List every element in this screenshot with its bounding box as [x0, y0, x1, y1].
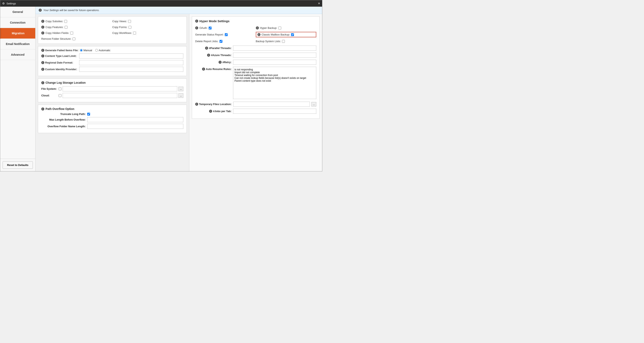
generate-status-report-row: Generate Status Report: [195, 32, 256, 37]
backup-system-lists-label: Backup System Lists: [256, 40, 281, 43]
generate-status-report-label: Generate Status Report: [195, 33, 224, 36]
classic-mailbox-backup-checkbox[interactable] [291, 33, 294, 36]
delete-report-jobs-checkbox[interactable] [220, 40, 222, 43]
azure-threads-input[interactable]: 15 [233, 53, 316, 58]
parallel-threads-info-icon[interactable]: i [205, 47, 208, 50]
copy-features-info-icon[interactable]: i [41, 26, 44, 29]
hyper-backup-info-icon[interactable]: i [256, 27, 259, 30]
copy-workflows-label: Copy Workflows: [112, 32, 132, 35]
auto-resume-rules-textarea[interactable]: is not responding Import did not complet… [233, 67, 316, 99]
radio-automatic[interactable]: Automatic [95, 49, 110, 52]
generate-status-report-checkbox[interactable] [225, 33, 228, 36]
classic-mailbox-backup-row: i Classic Mailbox Backup: [256, 32, 316, 37]
settings-window: ⚙ Settings × General Connection Migratio… [0, 0, 322, 171]
radio-manual-input[interactable] [80, 49, 82, 52]
content-area: General Connection Migration Email Notif… [0, 7, 322, 171]
cloud-checkbox[interactable] [58, 94, 62, 97]
temp-files-input[interactable] [233, 102, 310, 107]
sidebar-item-general[interactable]: General [0, 7, 35, 17]
cloud-input[interactable] [63, 93, 177, 98]
auto-resume-info-icon[interactable]: i [202, 68, 205, 71]
radio-automatic-input[interactable] [95, 49, 98, 52]
regional-date-format-input[interactable] [79, 60, 183, 65]
sidebar-item-email-notification[interactable]: Email Notification [0, 39, 35, 49]
overflow-folder-input[interactable]: 5 [87, 124, 183, 129]
custom-identity-provider-row: i Custom Identity Provider: [41, 67, 183, 72]
custom-identity-info-icon[interactable]: i [41, 68, 44, 71]
backup-system-lists-row: Backup System Lists: [256, 39, 316, 44]
copy-views-checkbox[interactable] [128, 20, 131, 23]
generate-radio-group: Manual Automatic [80, 49, 110, 52]
oauth-info-icon[interactable]: i [195, 27, 198, 30]
file-system-checkbox[interactable] [58, 88, 62, 90]
sidebar-item-advanced[interactable]: Advanced [0, 49, 35, 60]
generate-failed-items-label: i Generate Failed Items File: [41, 49, 78, 52]
classic-mailbox-info-icon[interactable]: i [258, 33, 260, 36]
copy-workflows-checkbox[interactable] [133, 32, 136, 35]
auto-resume-rules-row: i Auto Resume Rules: is not responding I… [195, 67, 316, 100]
backup-system-lists-checkbox[interactable] [282, 40, 285, 43]
copy-subsites-info-icon[interactable]: i [41, 20, 44, 23]
retry-input[interactable]: 10 [233, 60, 316, 65]
remove-folder-structure-row: Remove Folder Structure: [41, 37, 183, 41]
regional-date-format-row: i Regional Date Format: [41, 60, 183, 65]
oauth-checkbox[interactable] [209, 27, 212, 30]
parallel-threads-row: i #Parallel Threads: 35 [195, 46, 316, 51]
azure-threads-info-icon[interactable]: i [207, 54, 210, 57]
path-overflow-info-icon[interactable]: i [41, 108, 44, 111]
copy-workflows-row: Copy Workflows: [112, 31, 184, 35]
copy-features-checkbox[interactable] [65, 26, 68, 29]
hyper-mode-info-icon[interactable]: i [195, 20, 198, 23]
temp-files-browse-button[interactable]: ... [312, 102, 316, 107]
regional-date-info-icon[interactable]: i [41, 61, 44, 64]
change-log-info-icon[interactable]: i [41, 81, 44, 84]
copy-hidden-fields-info-icon[interactable]: i [41, 32, 44, 35]
custom-identity-provider-input[interactable] [79, 67, 183, 72]
hyper-mode-card: i Hyper Mode Settings i OAuth: i [192, 16, 320, 119]
parallel-threads-label: i #Parallel Threads: [195, 47, 232, 50]
copy-hidden-fields-checkbox[interactable] [70, 32, 73, 35]
remove-folder-structure-checkbox[interactable] [72, 38, 75, 40]
truncate-long-path-checkbox[interactable] [87, 113, 90, 116]
classic-mailbox-backup-label: Classic Mailbox Backup: [262, 33, 290, 36]
radio-manual[interactable]: Manual [80, 49, 92, 52]
reset-to-defaults-button[interactable]: Reset to Defaults [2, 161, 33, 169]
azure-threads-label: i #Azure Threads: [195, 54, 232, 57]
truncate-long-path-label: Truncate Long Path: [41, 113, 86, 116]
hyper-backup-checkbox[interactable] [278, 27, 281, 30]
title-bar: ⚙ Settings × [0, 0, 322, 7]
settings-window-icon: ⚙ [2, 2, 5, 5]
retry-info-icon[interactable]: i [218, 61, 222, 64]
cloud-browse-button[interactable]: ... [178, 93, 183, 98]
copy-views-row: Copy Views: [112, 19, 184, 24]
hyper-mode-title: i Hyper Mode Settings [195, 19, 316, 23]
content-type-info-icon[interactable]: i [41, 55, 44, 58]
jobs-per-tab-info-icon[interactable]: i [209, 110, 212, 113]
oauth-label: OAuth: [200, 27, 208, 30]
path-overflow-card: i Path Overflow Option Truncate Long Pat… [38, 105, 187, 133]
copy-subsites-checkbox[interactable] [64, 20, 67, 23]
file-system-input[interactable] [63, 86, 177, 91]
oauth-row: i OAuth: [195, 26, 256, 30]
left-panel: i Copy Subsites: Copy Views: i [36, 14, 189, 171]
file-system-browse-button[interactable]: ... [178, 87, 183, 91]
main-content: i Your Settings will be saved for future… [36, 7, 322, 171]
sidebar-item-migration[interactable]: Migration [0, 28, 35, 39]
content-type-load-limit-input[interactable]: 400 [79, 54, 183, 59]
copy-settings-card: i Copy Subsites: Copy Views: i [38, 16, 187, 44]
close-button[interactable]: × [318, 2, 320, 5]
temp-files-info-icon[interactable]: i [195, 103, 198, 106]
retry-label: i #Retry: [195, 61, 232, 64]
jobs-per-tab-input[interactable]: 100 [233, 109, 316, 114]
copy-forms-checkbox[interactable] [128, 26, 131, 29]
copy-features-row: i Copy Features: [41, 25, 112, 30]
auto-resume-rules-label: i Auto Resume Rules: [195, 67, 232, 71]
panels: i Copy Subsites: Copy Views: i [36, 14, 322, 171]
generate-failed-info-icon[interactable]: i [41, 49, 44, 52]
sidebar-item-connection[interactable]: Connection [0, 17, 35, 28]
change-log-section-title: i Change Log Storage Location [41, 81, 183, 84]
hyper-backup-label: Hyper Backup: [260, 27, 277, 30]
copy-features-label: Copy Features: [46, 26, 64, 29]
parallel-threads-input[interactable]: 35 [233, 46, 316, 51]
max-length-input[interactable]: 200 [87, 117, 183, 122]
